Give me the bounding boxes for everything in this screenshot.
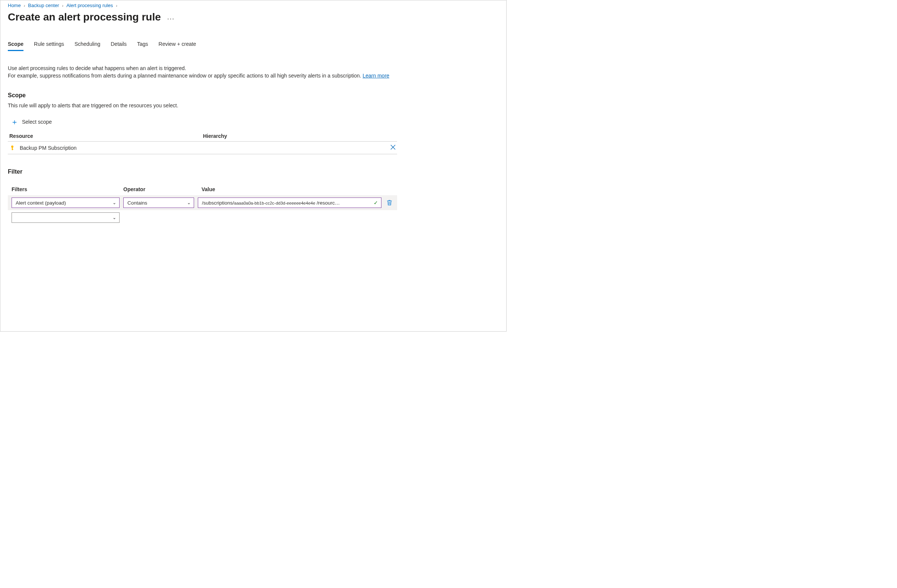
page-title: Create an alert processing rule <box>8 11 161 23</box>
col-hierarchy-header: Hierarchy <box>203 133 381 139</box>
filter-value-input[interactable]: /subscriptions/aaaa0a0a-bb1b-cc2c-dd3d-e… <box>198 198 381 208</box>
filter-type-select[interactable]: Alert context (payload) ⌄ <box>12 198 119 208</box>
breadcrumb-home[interactable]: Home <box>8 3 21 8</box>
chevron-right-icon: › <box>24 3 25 8</box>
add-filter-select[interactable]: ⌄ <box>12 212 119 223</box>
check-icon: ✓ <box>373 200 378 206</box>
page-root: Home › Backup center › Alert processing … <box>0 0 507 332</box>
description-line1: Use alert processing rules to decide wha… <box>8 65 186 71</box>
filter-row: Alert context (payload) ⌄ Contains ⌄ /su… <box>8 195 397 210</box>
scope-table: Resource Hierarchy Backup PM Subscriptio… <box>8 131 397 154</box>
filter-table-header: Filters Operator Value <box>8 186 397 195</box>
tab-tags[interactable]: Tags <box>137 41 148 51</box>
tab-details[interactable]: Details <box>111 41 127 51</box>
tab-review-create[interactable]: Review + create <box>159 41 196 51</box>
filter-row-empty: ⌄ <box>8 210 397 225</box>
plus-icon: ＋ <box>11 118 18 126</box>
delete-filter-button[interactable] <box>385 200 393 206</box>
breadcrumb: Home › Backup center › Alert processing … <box>8 0 499 10</box>
filter-operator-value: Contains <box>127 200 147 206</box>
description-line2: For example, suppress notifications from… <box>8 73 363 79</box>
tab-rule-settings[interactable]: Rule settings <box>34 41 64 51</box>
title-row: Create an alert processing rule ⋯ <box>8 11 499 23</box>
chevron-down-icon: ⌄ <box>112 215 116 220</box>
resource-name: Backup PM Subscription <box>20 145 77 151</box>
filter-operator-select[interactable]: Contains ⌄ <box>123 198 194 208</box>
scope-table-header: Resource Hierarchy <box>8 131 397 142</box>
chevron-right-icon: › <box>62 3 63 8</box>
filter-heading: Filter <box>8 168 499 175</box>
filter-table: Filters Operator Value Alert context (pa… <box>8 186 397 225</box>
col-filters-header: Filters <box>12 186 119 192</box>
select-scope-button[interactable]: ＋ Select scope <box>11 118 52 126</box>
tab-scheduling[interactable]: Scheduling <box>75 41 100 51</box>
filter-type-value: Alert context (payload) <box>16 200 66 206</box>
description-text: Use alert processing rules to decide wha… <box>8 64 395 80</box>
tab-scope[interactable]: Scope <box>8 41 23 51</box>
scope-subtext: This rule will apply to alerts that are … <box>8 103 499 109</box>
chevron-down-icon: ⌄ <box>112 200 116 205</box>
more-icon[interactable]: ⋯ <box>167 15 175 22</box>
col-resource-header: Resource <box>9 133 203 139</box>
subscription-key-icon <box>9 145 15 151</box>
learn-more-link[interactable]: Learn more <box>363 73 389 79</box>
filter-value-text: /subscriptions/aaaa0a0a-bb1b-cc2c-dd3d-e… <box>202 200 370 206</box>
select-scope-label: Select scope <box>22 119 52 125</box>
table-row: Backup PM Subscription <box>8 142 397 154</box>
col-operator-header: Operator <box>123 186 198 192</box>
scope-heading: Scope <box>8 92 499 99</box>
svg-rect-2 <box>12 149 14 150</box>
col-value-header: Value <box>202 186 393 192</box>
remove-scope-button[interactable] <box>390 145 396 151</box>
chevron-down-icon: ⌄ <box>187 200 191 205</box>
tabs: Scope Rule settings Scheduling Details T… <box>8 41 499 51</box>
breadcrumb-backup-center[interactable]: Backup center <box>28 3 59 8</box>
chevron-right-icon: › <box>116 3 117 8</box>
breadcrumb-alert-processing-rules[interactable]: Alert processing rules <box>66 3 113 8</box>
